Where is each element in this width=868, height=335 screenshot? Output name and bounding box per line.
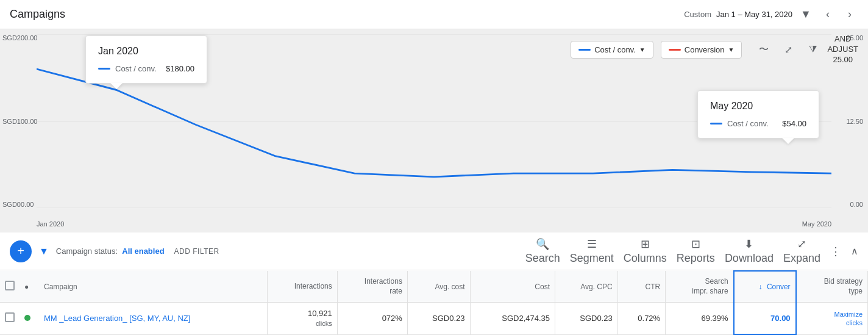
x-axis: Jan 2020 May 2020 (37, 220, 831, 228)
page: Campaigns Custom Jan 1 – May 31, 2020 ▼ … (0, 0, 868, 335)
tooltip-jan-value: $180.00 (166, 64, 194, 73)
filter-text: Campaign status: All enabled (56, 247, 165, 256)
page-title: Campaigns (10, 8, 684, 21)
cost-conv-button[interactable]: Cost / conv. ▼ (571, 41, 653, 59)
td-campaign[interactable]: MM _Lead Generation_ [SG, MY, AU, NZ] (39, 303, 267, 334)
filter-value: All enabled (122, 247, 164, 256)
td-checkbox (0, 303, 20, 334)
y-axis-left-bottom: SGD00.00 (2, 201, 37, 208)
tooltip-jan-arrow (110, 83, 123, 89)
td-bid-strategy: Maximize clicks (796, 303, 868, 334)
conversion-dropdown-icon: ▼ (728, 46, 735, 53)
tooltip-jan-line-icon (98, 68, 110, 70)
prev-arrow-icon[interactable]: ‹ (819, 6, 836, 23)
adjust-text: AND (834, 34, 851, 45)
tooltip-jan: Jan 2020 Cost / conv. $180.00 (85, 35, 207, 84)
header-checkbox[interactable] (5, 281, 15, 290)
th-bid-strategy: Bid strategytype (796, 271, 868, 303)
interactions-value: 10,921 (308, 309, 332, 319)
th-conver[interactable]: ↓ Conver (734, 271, 796, 303)
sort-arrow-icon: ↓ (759, 283, 763, 291)
line-chart-icon[interactable]: 〜 (754, 40, 774, 59)
th-search-impr: Searchimpr. share (666, 271, 734, 303)
table-row: MM _Lead Generation_ [SG, MY, AU, NZ] 10… (0, 303, 868, 334)
th-dot: ● (20, 271, 39, 303)
td-search-impr: 69.39% (666, 303, 734, 334)
download-toolbar-icon[interactable]: ⬇ Download (725, 237, 774, 265)
date-value: Jan 1 – May 31, 2020 (716, 10, 792, 19)
add-button[interactable]: + (10, 240, 32, 262)
add-filter-button[interactable]: ADD FILTER (174, 247, 219, 256)
y-axis-left-mid: SGD100.00 (2, 118, 37, 125)
header-right: Custom Jan 1 – May 31, 2020 ▼ ‹ › (684, 6, 858, 23)
td-avg-cpc: SGD0.23 (555, 303, 618, 334)
search-toolbar-icon[interactable]: 🔍 Search (525, 237, 560, 265)
th-checkbox (0, 271, 20, 303)
td-interactions: 10,921 clicks (267, 303, 337, 334)
campaigns-table: ● Campaign Interactions Interactionsrate… (0, 270, 868, 335)
columns-toolbar-icon[interactable]: ⊞ Columns (624, 237, 667, 265)
bid-strategy-sub: clicks (846, 319, 863, 327)
conversion-button[interactable]: Conversion ▼ (661, 41, 742, 59)
more-icon[interactable]: ⋮ (830, 245, 841, 258)
y-axis-right-mid: 12.50 (846, 118, 863, 125)
td-avg-cost: SGD0.23 (407, 303, 470, 334)
search-icon: 🔍 (536, 237, 549, 251)
th-cost: Cost (470, 271, 555, 303)
tooltip-may-arrow (782, 138, 794, 144)
columns-label: Columns (624, 252, 667, 265)
dropdown-arrow-icon[interactable]: ▼ (797, 6, 814, 23)
segment-toolbar-icon[interactable]: ☰ Segment (570, 237, 614, 265)
cost-conv-label: Cost / conv. (594, 45, 636, 54)
table-header-row: ● Campaign Interactions Interactionsrate… (0, 271, 868, 303)
download-label: Download (725, 252, 774, 265)
cost-conv-dropdown-icon: ▼ (639, 46, 646, 53)
filter-bar: + ▼ Campaign status: All enabled ADD FIL… (0, 232, 868, 270)
download-icon: ⬇ (744, 237, 753, 251)
tooltip-jan-label: Cost / conv. (115, 64, 161, 73)
toolbar-right: 🔍 Search ☰ Segment ⊞ Columns ⊡ Reports ⬇ (525, 237, 858, 265)
conversion-label: Conversion (685, 45, 725, 54)
tooltip-may-value: $54.00 (782, 119, 806, 128)
td-dot (20, 303, 39, 334)
interactions-sub: clicks (316, 319, 332, 328)
columns-icon: ⊞ (641, 237, 650, 251)
next-arrow-icon[interactable]: › (841, 6, 858, 23)
th-dot-icon: ● (24, 283, 29, 291)
table-container: ● Campaign Interactions Interactionsrate… (0, 270, 868, 335)
expand-icon: ⤢ (797, 237, 806, 251)
segment-icon: ☰ (587, 237, 597, 251)
chart-toolbar: Cost / conv. ▼ Conversion ▼ 〜 ⤢ ⧩ AND AD… (571, 34, 858, 65)
collapse-icon[interactable]: ∧ (851, 245, 858, 257)
tooltip-may-row: Cost / conv. $54.00 (710, 119, 806, 128)
th-interactions-rate: Interactionsrate (337, 271, 407, 303)
tooltip-jan-row: Cost / conv. $180.00 (98, 64, 194, 73)
blue-legend-dot (578, 49, 591, 51)
red-legend-dot (669, 49, 681, 51)
expand-icon[interactable]: ⤢ (778, 40, 798, 59)
y-axis-left-top: SGD200.00 (2, 34, 37, 41)
row-checkbox[interactable] (5, 312, 15, 322)
header: Campaigns Custom Jan 1 – May 31, 2020 ▼ … (0, 0, 868, 29)
x-axis-right-label: May 2020 (802, 220, 831, 228)
date-label: Custom (684, 10, 711, 19)
x-axis-left-label: Jan 2020 (37, 220, 64, 228)
tooltip-jan-title: Jan 2020 (98, 46, 194, 57)
expand-toolbar-icon[interactable]: ⤢ Expand (783, 237, 820, 265)
td-ctr: 0.72% (617, 303, 665, 334)
filter-label: Campaign status: (56, 247, 118, 256)
td-cost: SGD2,474.35 (470, 303, 555, 334)
reports-toolbar-icon[interactable]: ⊡ Reports (677, 237, 715, 265)
td-conver: 70.00 (734, 303, 796, 334)
reports-label: Reports (677, 252, 715, 265)
y-axis-right-bottom: 0.00 (846, 201, 863, 208)
tooltip-may-label: Cost / conv. (727, 119, 777, 128)
sliders-icon[interactable]: ⧩ (803, 40, 822, 59)
bid-strategy-link[interactable]: Maximize (834, 310, 863, 319)
td-interactions-rate: 072% (337, 303, 407, 334)
filter-icon: ▼ (37, 246, 51, 257)
chart-container: Cost / conv. ▼ Conversion ▼ 〜 ⤢ ⧩ AND AD… (0, 29, 868, 232)
adjust-label: ADJUST (827, 45, 858, 55)
tooltip-may: May 2020 Cost / conv. $54.00 (697, 90, 819, 139)
th-avg-cost: Avg. cost (407, 271, 470, 303)
